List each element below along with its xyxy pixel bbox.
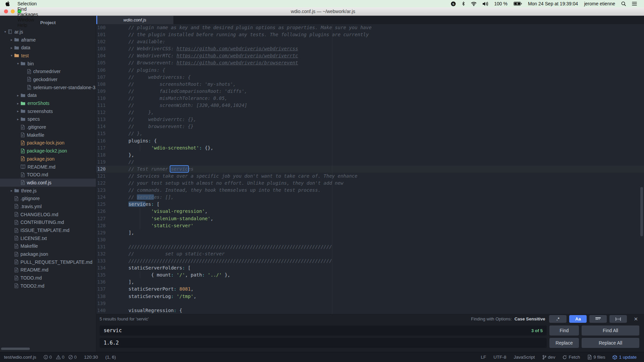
error-count[interactable]: 0 [68,355,77,360]
chevron-down-icon[interactable]: ▾ [3,30,8,34]
menu-selection[interactable]: Selection [14,1,42,6]
code-line-133[interactable]: 133/////////////////////////////////////… [96,257,644,264]
chevron-right-icon[interactable]: ▸ [15,117,20,121]
notification-list-icon[interactable] [629,0,640,7]
code-line-139[interactable]: 139 [96,300,644,307]
menubar-status-text[interactable]: 100 % [491,0,511,7]
menubar-status-text[interactable]: jerome etienne [581,0,618,7]
only-in-selection-option-button[interactable] [589,315,607,323]
code-line-131[interactable]: 131/////////////////////////////////////… [96,243,644,250]
code-line-116[interactable]: 116plugins: { [96,137,644,144]
code-line-111[interactable]: 111// screenWidth: [320,480,640,1024] [96,102,644,109]
tree-item--gitignore[interactable]: .gitignore [0,194,96,202]
whole-word-option-button[interactable] [609,315,627,323]
tree-item-makefile[interactable]: Makefile [0,131,96,139]
editor-vertical-scrollbar[interactable] [640,187,643,236]
code-line-127[interactable]: 127 'selenium-standalone', [96,215,644,222]
tree-item-three-js[interactable]: ▸three.js [0,187,96,195]
diagnostics-summary[interactable]: 000 [44,355,77,360]
close-window-button[interactable] [4,9,8,13]
tree-item-todo-md[interactable]: TODO.md [0,171,96,179]
code-line-137[interactable]: 137staticServerPort: 8081, [96,286,644,293]
code-line-105[interactable]: 105// Browserevent: https://github.com/w… [96,59,644,66]
code-line-125[interactable]: 125services: [ [96,201,644,208]
chevron-right-icon[interactable]: ▸ [15,102,20,105]
menubar-status-text[interactable]: Mon 24 Sep at 19:39:04 [525,0,581,7]
battery-icon[interactable] [511,0,525,7]
status-1-update[interactable]: 1 update [612,355,637,360]
tree-horizontal-scrollbar[interactable] [1,348,30,350]
code-line-140[interactable]: 140visualRegression: { [96,307,644,314]
replace-button[interactable]: Replace [549,338,579,348]
volume-icon[interactable] [480,0,491,7]
menu-help[interactable]: Help [14,22,42,28]
current-file-path[interactable]: test/wdio.conf.js [4,355,36,360]
code-line-134[interactable]: 134staticServerFolders: [ [96,264,644,272]
status-9-files[interactable]: 9 files [587,355,605,360]
code-line-120[interactable]: 120// Test runner services [96,166,644,173]
find-search-input[interactable]: servic 3 of 5 [100,325,547,336]
code-line-101[interactable]: 101// the plugin installed before runnin… [96,31,644,38]
code-line-107[interactable]: 107// webdrivercss: { [96,74,644,81]
code-line-117[interactable]: 117 'wdio-screenshot': {}, [96,144,644,152]
code-line-106[interactable]: 106// plugins: { [96,67,644,74]
code-line-138[interactable]: 138staticServerLog: '/tmp', [96,293,644,300]
status-javascript[interactable]: JavaScript [514,355,535,360]
code-line-103[interactable]: 103// WebdriverCSS: https://github.com/w… [96,45,644,52]
code-line-132[interactable]: 132// set up static-sterver [96,250,644,257]
tab-wdio-conf-js[interactable]: wdio.conf.js [96,16,173,24]
tree-item-contributing-md[interactable]: CONTRIBUTING.md [0,219,96,227]
code-line-122[interactable]: 122// your test setup with almost no eff… [96,180,644,187]
chevron-down-icon[interactable]: ▾ [15,62,20,65]
tree-item-wdio-conf-js[interactable]: wdio.conf.js [0,179,96,187]
apple-icon[interactable] [0,1,14,6]
tree-item-package-json[interactable]: package.json [0,250,96,258]
tree-item--gitignore[interactable]: .gitignore [0,123,96,131]
tree-item-data[interactable]: ▸data [0,44,96,52]
code-line-130[interactable]: 130 [96,236,644,243]
chevron-right-icon[interactable]: ▸ [9,38,14,42]
cursor-position[interactable]: 120:30 [84,355,98,360]
chevron-right-icon[interactable]: ▸ [9,46,14,50]
code-line-135[interactable]: 135 { mount: '/', path: '../' }, [96,272,644,279]
code-line-129[interactable]: 129], [96,229,644,236]
tree-item-screenshots[interactable]: ▸screenshots [0,107,96,115]
code-line-124[interactable]: 124// services: [], [96,194,644,201]
chevron-right-icon[interactable]: ▸ [15,94,20,97]
tree-item-package-lock-json[interactable]: package-lock.json [0,139,96,147]
tree-item-test[interactable]: ▾test [0,52,96,60]
tree-item-specs[interactable]: ▸specs [0,115,96,123]
wifi-icon[interactable] [468,0,480,7]
bluetooth-icon[interactable] [459,0,468,7]
code-line-115[interactable]: 115// }, [96,130,644,137]
case-sensitive-option-button[interactable]: Aa [569,315,587,323]
tree-item-readme-md[interactable]: README.md [0,266,96,274]
menu-find[interactable]: Find [14,6,42,12]
code-line-104[interactable]: 104// WebdriverRTC: https://github.com/w… [96,52,644,59]
tree-item-readme-md[interactable]: README.md [0,163,96,171]
code-line-114[interactable]: 114// browserevent: {} [96,123,644,130]
chevron-right-icon[interactable]: ▸ [15,109,20,113]
status-fetch[interactable]: Fetch [562,355,580,360]
tree-item-ar-js[interactable]: ▾ar.js [0,28,96,36]
tree-item-package-lock2-json[interactable]: package-lock2.json [0,147,96,155]
status-utf-8[interactable]: UTF-8 [493,355,506,360]
find-all-button[interactable]: Find All [582,325,639,336]
code-line-110[interactable]: 110// misMatchTolerance: 0.05, [96,95,644,102]
status-dev[interactable]: dev [542,355,555,360]
tree-item-errorshots[interactable]: ▸errorShots [0,99,96,107]
code-line-126[interactable]: 126 'visual-regression', [96,208,644,215]
code-line-136[interactable]: 136], [96,279,644,286]
code-line-112[interactable]: 112// }, [96,109,644,116]
skype-icon[interactable]: S [448,0,459,7]
code-line-113[interactable]: 113// webdriverrtc: {}, [96,116,644,123]
tree-item-pull-request-template-md[interactable]: PULL_REQUEST_TEMPLATE.md [0,258,96,266]
tree-item-selenium-server-standalone-3-0-1-ja[interactable]: selenium-server-standalone-3.0.1.ja [0,83,96,92]
status-lf[interactable]: LF [481,355,486,360]
code-line-108[interactable]: 108// screenshotRoot: 'my-shots', [96,81,644,88]
tree-item-chromedriver[interactable]: chromedriver [0,67,96,75]
code-line-109[interactable]: 109// failedComparisonsRoot: 'diffs', [96,88,644,95]
menu-window[interactable]: Window [14,17,42,22]
tree-item-geckodriver[interactable]: geckodriver [0,75,96,83]
replace-input[interactable]: 1.6.2 [100,338,547,348]
